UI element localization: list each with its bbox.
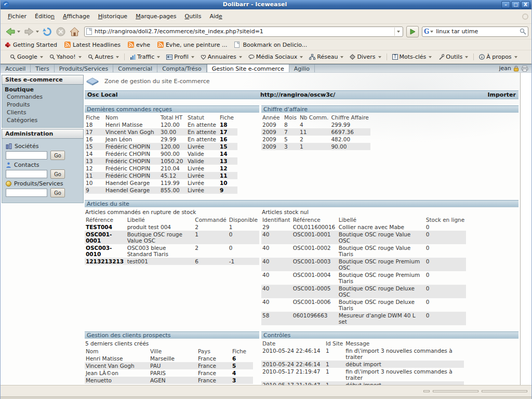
menu-fichier[interactable]: Fichier — [4, 11, 31, 21]
tab-accueil[interactable]: Accueil — [1, 64, 31, 72]
row-link-cell[interactable]: OSC003-0010 — [85, 244, 126, 258]
bookmark-bookmark-on-delicio[interactable]: Bookmark on Delicio... — [234, 42, 307, 48]
dropdown-caret — [514, 56, 517, 58]
menu-dition[interactable]: Édition — [31, 11, 59, 21]
search-engine-dropdown[interactable] — [430, 31, 433, 33]
go-button-produits-services[interactable]: Go — [50, 188, 65, 197]
row-link-cell[interactable]: 18 — [219, 121, 237, 128]
seo-item-outils[interactable]: Outils — [438, 54, 468, 60]
go-button-soci-t-s[interactable]: Go — [50, 151, 65, 160]
row-link-cell[interactable]: 17 — [219, 128, 237, 136]
row-link-cell[interactable]: 3 — [231, 377, 253, 384]
home-button[interactable] — [68, 26, 81, 37]
row-link-cell[interactable]: 9 — [219, 187, 237, 194]
forward-dropdown-caret[interactable] — [36, 31, 39, 33]
seo-toolbar-group: GoogleYahoo!Autres — [5, 54, 124, 60]
sidebar-item-produits[interactable]: Produits — [2, 101, 83, 109]
search-input-soci-t-s[interactable] — [6, 151, 47, 159]
seo-item-yahoo[interactable]: Yahoo! — [49, 54, 82, 60]
seo-item-google[interactable]: Google — [10, 54, 43, 60]
import-link[interactable]: Importer — [487, 91, 516, 98]
go-button-contacts[interactable]: Go — [50, 169, 65, 179]
row-link-cell[interactable]: 4 — [231, 369, 253, 377]
row-link-cell[interactable]: 5 — [231, 362, 253, 369]
row-link-cell[interactable]: 13 — [219, 157, 237, 165]
tab-tiers[interactable]: Tiers — [31, 64, 54, 72]
bookmark-latest-headlines[interactable]: Latest Headlines — [64, 42, 121, 48]
alexa-indicator[interactable] — [482, 390, 527, 392]
search-link-soci-t-s[interactable]: Sociétés — [15, 143, 38, 150]
tab-gestion-site-e-commerce[interactable]: Gestion Site e-commerce — [207, 64, 289, 72]
menu-outils[interactable]: Outils — [181, 11, 206, 21]
url-history-dropdown[interactable] — [394, 28, 401, 36]
bookmark-getting-started[interactable]: Getting Started — [5, 42, 57, 48]
seo-item-annuaires[interactable]: Annuaires — [201, 54, 242, 60]
row-link-cell[interactable]: 1 — [231, 384, 253, 385]
search-input-contacts[interactable] — [6, 170, 47, 178]
iceweasel-icon — [3, 1, 9, 8]
seo-menu-button[interactable] — [423, 390, 430, 392]
seo-item-traffic[interactable]: Traffic — [130, 54, 160, 60]
pagerank-indicator[interactable] — [433, 390, 478, 392]
row-link-cell[interactable]: TEST004 — [85, 223, 126, 231]
table-cell: 0 — [228, 231, 259, 244]
back-dropdown-caret[interactable] — [17, 31, 20, 33]
menu-historique[interactable]: Historique — [94, 11, 131, 21]
bookmark-evhe-une-peinture[interactable]: Evhe, une peinture ... — [157, 42, 228, 48]
menu-affichage[interactable]: Affichage — [59, 11, 94, 21]
logged-user[interactable]: jean — [499, 65, 511, 72]
row-link-cell[interactable]: 14 — [219, 150, 237, 157]
tab-agilio[interactable]: Agilio — [289, 64, 315, 72]
row-link-cell[interactable]: 6 — [231, 355, 253, 362]
dropdown-caret — [429, 56, 432, 58]
forward-button[interactable] — [22, 26, 40, 37]
seo-item-autres[interactable]: Autres — [88, 54, 119, 60]
row-link-cell[interactable]: 12 — [219, 165, 237, 172]
seo-item-propos[interactable]: À propos — [479, 54, 517, 60]
row-link-cell[interactable]: 16 — [219, 136, 237, 143]
row-link-cell[interactable]: 1213213213 — [85, 258, 126, 265]
search-link-contacts[interactable]: Contacts — [14, 162, 39, 168]
reload-icon — [42, 26, 52, 37]
url-text[interactable]: http://rangiroa/doli2.7/ecommerce/site_i… — [95, 28, 394, 35]
close-button[interactable]: X — [521, 1, 530, 8]
tab-produits-services[interactable]: Produits/Services — [55, 64, 114, 72]
seo-item-r-seau[interactable]: Réseau — [309, 54, 343, 60]
magnifier-icon[interactable] — [520, 28, 526, 35]
tab-compta-tr-so[interactable]: Compta/Tréso — [157, 64, 206, 72]
search-link-produits-services[interactable]: Produits/Services — [14, 180, 63, 187]
stop-button[interactable] — [55, 26, 67, 37]
row-link-cell[interactable]: 10 — [219, 179, 237, 187]
sidebar-item-clients[interactable]: Clients — [2, 109, 83, 117]
menu-aide[interactable]: Aide — [205, 11, 226, 21]
lock-icon[interactable] — [513, 65, 519, 72]
minimize-button[interactable]: – — [501, 1, 510, 8]
tab-commercial[interactable]: Commercial — [113, 64, 157, 72]
go-button[interactable] — [406, 26, 419, 37]
row-link-cell[interactable]: 11 — [219, 172, 237, 179]
url-bar[interactable]: http://rangiroa/doli2.7/ecommerce/site_i… — [84, 26, 403, 37]
sidebar-item-commandes[interactable]: Commandes — [2, 94, 83, 101]
row-link-cell[interactable]: 15 — [219, 143, 237, 150]
table-cell: PARIS — [149, 369, 197, 377]
maximize-button[interactable]: □ — [511, 1, 520, 8]
dropdown-caret — [300, 56, 303, 58]
search-box[interactable]: G linux tar utime — [422, 26, 528, 37]
articles-section-title: Articles du site — [85, 200, 518, 207]
table-cell: NIMES — [149, 384, 197, 385]
reload-button[interactable] — [41, 26, 54, 37]
table-header-row: IdentifiantRéférenceLibelléStock en lign… — [261, 216, 466, 223]
seo-item-profil[interactable]: Profil — [166, 54, 194, 60]
row-link-cell[interactable]: OSC001-0001 — [85, 231, 126, 244]
table-cell: Livrée — [187, 143, 219, 150]
printer-icon[interactable] — [521, 65, 528, 72]
bookmark-evhe[interactable]: evhe — [128, 42, 150, 48]
menu-marque-pages[interactable]: Marque-pages — [131, 11, 180, 21]
seo-item-mots-cl-s[interactable]: TMots-clés — [392, 54, 432, 60]
back-button[interactable] — [4, 26, 21, 37]
seo-item-divers[interactable]: Divers — [350, 54, 381, 60]
seo-item-m-dia-sociaux[interactable]: Média Sociaux — [248, 54, 303, 60]
search-input-produits-services[interactable] — [6, 189, 47, 197]
search-input[interactable]: linux tar utime — [436, 28, 520, 35]
sidebar-item-cat-gories[interactable]: Catégories — [2, 117, 83, 125]
